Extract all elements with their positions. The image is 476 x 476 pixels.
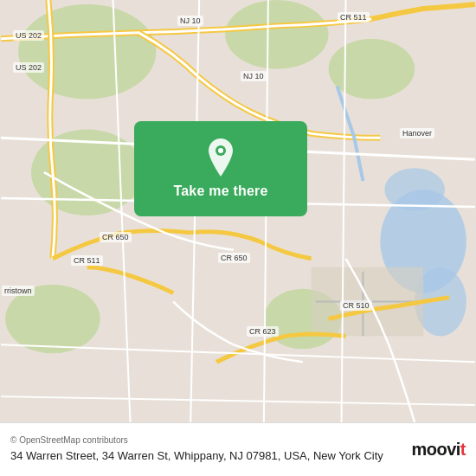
moovit-word: moovi: [411, 440, 460, 459]
moovit-logo: moovit: [411, 440, 466, 460]
svg-point-21: [218, 148, 223, 153]
road-label-cr511-bot: CR 511: [71, 255, 103, 266]
svg-point-2: [329, 39, 415, 100]
svg-point-1: [225, 0, 329, 69]
road-label-cr511-top: CR 511: [338, 12, 370, 23]
cta-overlay[interactable]: Take me there: [134, 121, 307, 216]
moovit-text: moovit: [411, 440, 466, 460]
location-pin-icon: [205, 138, 236, 177]
road-label-us202-bot: US 202: [13, 62, 44, 73]
svg-line-19: [1, 396, 475, 405]
moovit-dot: t: [460, 440, 466, 459]
road-label-nj10-mid: NJ 10: [241, 71, 267, 81]
road-label-nj10-top: NJ 10: [177, 16, 203, 26]
road-label-morristown: rristown: [2, 286, 35, 296]
app: NJ 10 NJ 10 US 202 US 202 CR 511 CR 511 …: [0, 0, 476, 476]
road-label-hanover: Hanover: [400, 128, 434, 138]
svg-point-0: [18, 4, 156, 100]
map-container: NJ 10 NJ 10 US 202 US 202 CR 511 CR 511 …: [0, 0, 476, 422]
info-bar: © OpenStreetMap contributors 34 Warren S…: [0, 422, 476, 476]
address-block: © OpenStreetMap contributors 34 Warren S…: [10, 435, 401, 464]
road-label-cr650-left: CR 650: [100, 232, 132, 242]
address-text: 34 Warren Street, 34 Warren St, Whippany…: [10, 448, 401, 464]
road-label-cr510: CR 510: [340, 300, 372, 311]
map-background: NJ 10 NJ 10 US 202 US 202 CR 511 CR 511 …: [0, 0, 476, 422]
osm-attribution: © OpenStreetMap contributors: [10, 435, 401, 445]
road-label-us202-top: US 202: [13, 30, 44, 41]
road-label-cr650-right: CR 650: [218, 253, 250, 263]
take-me-there-button[interactable]: Take me there: [173, 183, 267, 199]
road-label-cr623: CR 623: [247, 326, 279, 337]
